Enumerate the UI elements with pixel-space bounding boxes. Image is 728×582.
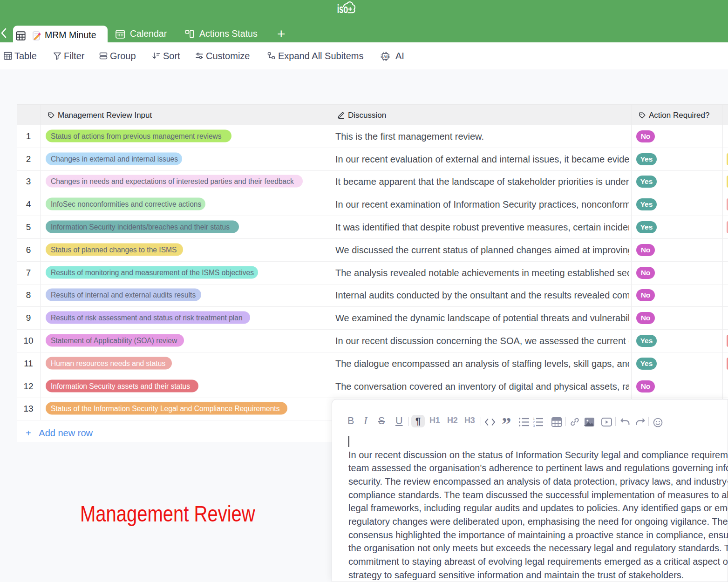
svg-text:AI: AI [383,54,388,59]
svg-text:iso: iso [337,2,348,15]
svg-text:3: 3 [533,424,535,427]
